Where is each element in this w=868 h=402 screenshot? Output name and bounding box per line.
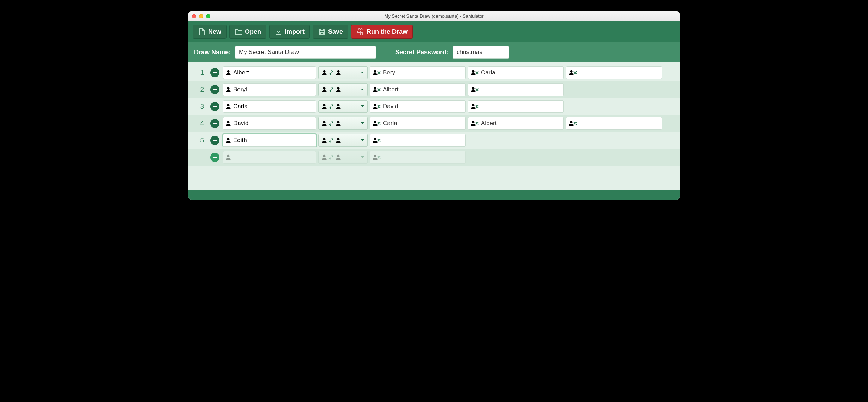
person-exclude-icon <box>372 138 381 143</box>
swap-icon <box>321 154 341 160</box>
titlebar: My Secret Santa Draw (demo.santa) - Sant… <box>188 11 680 21</box>
participant-row: 4 Carla Albert <box>188 115 680 132</box>
exclusion-input[interactable] <box>468 100 564 113</box>
remove-row-button[interactable] <box>210 102 219 111</box>
role-selector[interactable] <box>318 134 368 147</box>
gift-icon <box>356 28 364 36</box>
toolbar: New Open Import Save Run the Draw <box>188 21 680 42</box>
participant-name-input[interactable] <box>223 100 316 113</box>
add-participant-row <box>188 149 680 166</box>
exclusion-name: Albert <box>481 120 496 127</box>
exclusion-name: Albert <box>383 86 398 93</box>
chevron-down-icon <box>360 71 364 75</box>
role-selector[interactable] <box>318 117 368 130</box>
role-selector <box>318 151 368 164</box>
row-number: 1 <box>192 69 207 77</box>
import-icon <box>275 28 282 36</box>
remove-row-button[interactable] <box>210 68 219 77</box>
folder-open-icon <box>235 28 242 36</box>
person-exclude-icon <box>470 70 479 75</box>
window-minimize-button[interactable] <box>199 14 203 18</box>
exclusion-input[interactable]: Carla <box>370 117 466 130</box>
participant-name-input[interactable] <box>223 117 316 130</box>
person-exclude-icon <box>372 121 381 126</box>
participant-name-input[interactable] <box>223 66 316 79</box>
person-exclude-icon <box>568 70 577 75</box>
exclusion-name: Carla <box>481 69 495 76</box>
exclusion-input[interactable] <box>370 134 466 147</box>
participant-name-input[interactable] <box>223 83 316 96</box>
participants-grid: 1 Beryl Carla <box>188 62 680 190</box>
save-button-label: Save <box>328 28 343 36</box>
exclusion-input[interactable]: Beryl <box>370 66 466 79</box>
svg-rect-0 <box>213 72 217 73</box>
file-icon <box>198 28 206 36</box>
exclusion-input[interactable] <box>566 117 662 130</box>
window-close-button[interactable] <box>192 14 196 18</box>
draw-name-label: Draw Name: <box>194 49 231 56</box>
new-button-label: New <box>208 28 221 36</box>
swap-icon <box>321 121 341 126</box>
participant-row: 1 Beryl Carla <box>188 64 680 81</box>
chevron-down-icon <box>360 87 364 92</box>
status-bar <box>188 190 680 200</box>
svg-rect-2 <box>213 106 217 107</box>
open-button[interactable]: Open <box>229 25 266 39</box>
add-row-button[interactable] <box>210 153 219 162</box>
swap-icon <box>321 87 341 92</box>
exclusion-name: Carla <box>383 120 397 127</box>
role-selector[interactable] <box>318 100 368 113</box>
save-button[interactable]: Save <box>313 25 348 39</box>
run-draw-button[interactable]: Run the Draw <box>351 25 413 39</box>
participant-row: 2 Albert <box>188 81 680 98</box>
svg-rect-1 <box>213 89 217 90</box>
role-selector[interactable] <box>318 66 368 79</box>
exclusion-input[interactable] <box>468 83 564 96</box>
person-exclude-icon <box>470 104 479 109</box>
exclusion-input[interactable] <box>566 66 662 79</box>
save-icon <box>318 28 326 36</box>
chevron-down-icon <box>360 155 364 159</box>
exclusion-input[interactable]: Albert <box>468 117 564 130</box>
person-exclude-icon <box>470 87 479 92</box>
remove-row-button[interactable] <box>210 85 219 94</box>
import-button-label: Import <box>285 28 305 36</box>
chevron-down-icon <box>360 138 364 142</box>
exclusion-name: Beryl <box>383 69 397 76</box>
role-selector[interactable] <box>318 83 368 96</box>
participant-name-input[interactable] <box>223 151 316 164</box>
run-draw-button-label: Run the Draw <box>367 28 408 36</box>
person-exclude-icon <box>568 121 577 126</box>
swap-icon <box>321 70 341 75</box>
person-exclude-icon <box>470 121 479 126</box>
app-window: My Secret Santa Draw (demo.santa) - Sant… <box>188 11 680 200</box>
person-exclude-icon <box>372 154 381 160</box>
secret-password-label: Secret Password: <box>395 49 448 56</box>
participant-row: 3 David <box>188 98 680 115</box>
svg-rect-4 <box>213 140 217 141</box>
swap-icon <box>321 104 341 109</box>
swap-icon <box>321 138 341 143</box>
exclusion-input[interactable] <box>370 151 466 164</box>
row-number: 5 <box>192 136 207 144</box>
remove-row-button[interactable] <box>210 119 219 128</box>
participant-row: 5 <box>188 132 680 149</box>
new-button[interactable]: New <box>193 25 227 39</box>
person-exclude-icon <box>372 87 381 92</box>
row-number: 4 <box>192 120 207 127</box>
person-exclude-icon <box>372 104 381 109</box>
window-zoom-button[interactable] <box>206 14 210 18</box>
draw-name-input[interactable] <box>235 46 376 59</box>
exclusion-input[interactable]: Carla <box>468 66 564 79</box>
secret-password-input[interactable] <box>453 46 509 59</box>
svg-rect-3 <box>213 123 217 124</box>
person-exclude-icon <box>372 70 381 75</box>
participant-name-input[interactable] <box>223 134 316 147</box>
exclusion-input[interactable]: Albert <box>370 83 466 96</box>
exclusion-name: David <box>383 103 398 110</box>
remove-row-button[interactable] <box>210 136 219 145</box>
import-button[interactable]: Import <box>269 25 310 39</box>
row-number: 3 <box>192 103 207 110</box>
chevron-down-icon <box>360 104 364 109</box>
exclusion-input[interactable]: David <box>370 100 466 113</box>
